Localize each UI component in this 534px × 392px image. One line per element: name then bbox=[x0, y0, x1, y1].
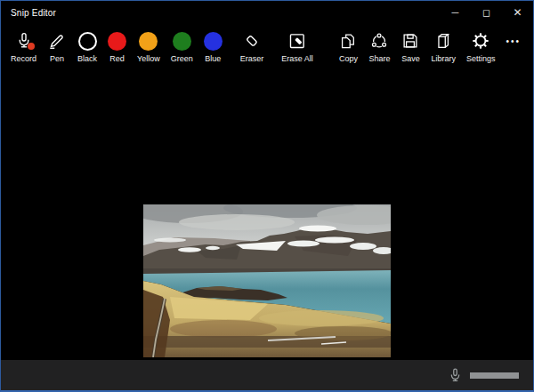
color-yellow-label: Yellow bbox=[137, 54, 160, 63]
blue-color-swatch-icon bbox=[204, 32, 222, 51]
save-label: Save bbox=[401, 54, 420, 63]
mic-volume-icon bbox=[447, 367, 464, 384]
color-green-label: Green bbox=[171, 54, 193, 63]
erase-all-icon bbox=[287, 29, 307, 52]
eraser-label: Eraser bbox=[240, 54, 264, 63]
window-controls: ─ ◻ ✕ bbox=[440, 1, 533, 24]
toolbar: Record Pen Black Red bbox=[1, 25, 533, 71]
color-yellow-button[interactable]: Yellow bbox=[132, 25, 166, 63]
copy-icon bbox=[338, 29, 358, 52]
pen-label: Pen bbox=[50, 54, 64, 63]
color-green-button[interactable]: Green bbox=[166, 25, 198, 63]
settings-button[interactable]: Settings bbox=[461, 25, 501, 63]
library-label: Library bbox=[431, 54, 456, 63]
close-button[interactable]: ✕ bbox=[502, 1, 533, 24]
snip-editor-window: Snip Editor ─ ◻ ✕ Record bbox=[0, 0, 534, 392]
gear-icon bbox=[471, 29, 490, 52]
color-red-button[interactable]: Red bbox=[102, 25, 132, 63]
maximize-button[interactable]: ◻ bbox=[471, 1, 502, 24]
save-button[interactable]: Save bbox=[395, 25, 425, 63]
save-icon bbox=[400, 29, 420, 52]
share-label: Share bbox=[368, 54, 390, 63]
color-red-label: Red bbox=[109, 54, 125, 63]
toolbar-right-group: Copy Share bbox=[333, 25, 533, 63]
color-black-button[interactable]: Black bbox=[72, 25, 102, 63]
pen-button[interactable]: Pen bbox=[42, 25, 72, 63]
color-black-label: Black bbox=[77, 54, 97, 63]
black-color-swatch-icon bbox=[78, 32, 97, 51]
record-red-dot-icon bbox=[28, 43, 35, 50]
color-blue-button[interactable]: Blue bbox=[198, 25, 228, 63]
green-color-swatch-icon bbox=[173, 32, 191, 51]
toolbar-left-group: Record Pen Black Red bbox=[1, 25, 319, 63]
minimize-button[interactable]: ─ bbox=[440, 1, 471, 24]
record-button[interactable]: Record bbox=[5, 25, 42, 63]
pen-icon bbox=[47, 29, 67, 52]
window-title: Snip Editor bbox=[1, 8, 56, 18]
settings-label: Settings bbox=[466, 54, 496, 63]
audio-level-slider[interactable] bbox=[470, 372, 519, 379]
title-bar: Snip Editor ─ ◻ ✕ bbox=[1, 1, 533, 24]
share-icon bbox=[369, 29, 389, 52]
color-blue-label: Blue bbox=[205, 54, 221, 63]
yellow-color-swatch-icon bbox=[139, 32, 158, 51]
status-bar bbox=[1, 360, 533, 390]
snip-photo[interactable] bbox=[143, 204, 391, 357]
editing-canvas[interactable]: TheWindowsClub bbox=[2, 71, 532, 359]
microphone-icon bbox=[14, 29, 34, 52]
eraser-icon bbox=[242, 29, 262, 52]
erase-all-button[interactable]: Erase All bbox=[276, 25, 319, 63]
share-button[interactable]: Share bbox=[363, 25, 395, 63]
library-button[interactable]: Library bbox=[425, 25, 461, 63]
eraser-button[interactable]: Eraser bbox=[235, 25, 270, 63]
record-label: Record bbox=[11, 54, 36, 63]
ellipsis-icon: ••• bbox=[506, 29, 521, 52]
more-options-button[interactable]: ••• bbox=[500, 25, 526, 52]
copy-label: Copy bbox=[339, 54, 358, 63]
red-color-swatch-icon bbox=[108, 32, 126, 51]
library-icon bbox=[433, 29, 453, 52]
erase-all-label: Erase All bbox=[281, 54, 313, 63]
copy-button[interactable]: Copy bbox=[333, 25, 363, 63]
